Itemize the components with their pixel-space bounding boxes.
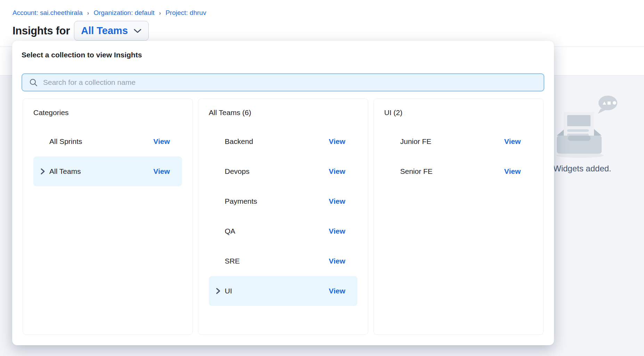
list-item-label: Senior FE [400,167,432,176]
search-icon [29,78,38,87]
list-item-junior-fe[interactable]: Junior FE View [384,127,533,156]
page-title: Insights for [13,25,70,37]
list-item-all-teams[interactable]: All Teams View [33,156,182,186]
list-item-payments[interactable]: Payments View [209,186,357,216]
list-item-all-sprints[interactable]: All Sprints View [33,127,182,156]
list-item-label: QA [225,227,235,235]
view-button[interactable]: View [504,137,521,146]
view-button[interactable]: View [154,137,170,146]
panel-title: Select a collection to view Insights [22,51,142,59]
card-header: Categories [33,108,182,117]
speech-bubble-icon [598,96,617,114]
collection-search-box[interactable] [22,73,544,91]
view-button[interactable]: View [329,137,345,146]
card-rows: Junior FE View Senior FE View [384,127,533,186]
list-item-label: Backend [225,137,253,146]
card-rows: All Sprints View All Teams View [33,127,182,186]
all-teams-card: All Teams (6) Backend View Devops View P… [198,98,368,335]
list-item-senior-fe[interactable]: Senior FE View [384,156,533,186]
collection-dropdown-button[interactable]: All Teams [74,21,149,41]
card-header: All Teams (6) [209,108,357,117]
chevron-right-icon [215,287,221,295]
list-item-ui[interactable]: UI View [209,276,357,306]
view-button[interactable]: View [504,167,521,176]
breadcrumb-separator-icon: › [87,9,89,17]
card-header: UI (2) [384,108,533,117]
collection-dropdown-label: All Teams [81,25,128,37]
breadcrumb-project-link[interactable]: Project: dhruv [165,9,206,17]
view-button[interactable]: View [329,287,345,295]
view-button[interactable]: View [329,167,345,176]
list-item-backend[interactable]: Backend View [209,127,357,156]
view-button[interactable]: View [329,197,345,205]
list-item-label: SRE [225,257,240,265]
list-item-label: All Sprints [49,137,82,146]
list-item-label: Payments [225,197,257,205]
breadcrumb-separator-icon: › [159,9,161,17]
breadcrumb-organization-link[interactable]: Organization: default [93,9,154,17]
chevron-right-icon [40,168,45,175]
list-item-devops[interactable]: Devops View [209,156,357,186]
widgets-empty-state-text: Widgets added. [553,164,611,173]
collection-picker-panel: Select a collection to view Insights Cat… [12,41,554,345]
view-button[interactable]: View [329,227,345,235]
list-item-label: All Teams [49,167,81,176]
ui-card: UI (2) Junior FE View Senior FE View [373,98,544,335]
breadcrumb-account-link[interactable]: Account: sai.cheethirala [13,9,83,17]
list-item-qa[interactable]: QA View [209,216,357,246]
list-item-label: Devops [225,167,249,176]
list-item-label: Junior FE [400,137,431,146]
inbox-tray-icon [551,91,624,161]
collection-columns: Categories All Sprints View All Teams Vi… [23,98,544,335]
list-item-sre[interactable]: SRE View [209,246,357,276]
view-button[interactable]: View [329,257,345,265]
card-rows: Backend View Devops View Payments View Q… [209,127,357,306]
categories-card: Categories All Sprints View All Teams Vi… [23,98,193,335]
chevron-down-icon [133,28,142,34]
page-title-row: Insights for All Teams [13,21,149,41]
widgets-empty-state-illustration [551,91,624,162]
search-input[interactable] [43,78,538,87]
breadcrumb: Account: sai.cheethirala › Organization:… [13,9,206,17]
view-button[interactable]: View [154,167,170,176]
list-item-label: UI [225,287,232,295]
